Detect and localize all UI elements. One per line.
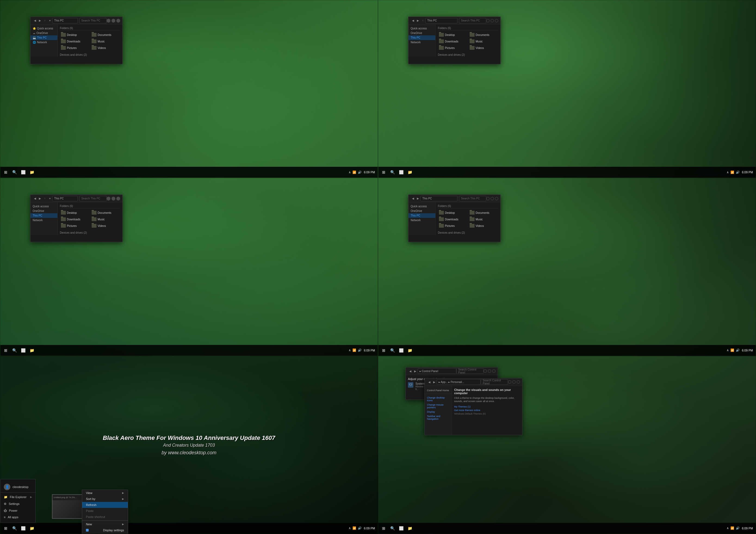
folder-videos-1[interactable]: Videos [91,45,120,51]
maximize-btn-2[interactable] [491,19,494,22]
folder-documents-2[interactable]: Documents [469,32,498,38]
sidebar-thispc-3[interactable]: This PC [31,213,57,218]
context-view[interactable]: View ▶ [82,490,128,496]
close-btn-2[interactable] [495,19,498,22]
sidebar-network-1[interactable]: 🌐 Network [31,40,57,44]
pers-taskbar[interactable]: Taskbar and Navigation [425,414,452,421]
close-btn-4[interactable] [495,197,498,200]
start-btn-5[interactable]: ⊞ [2,524,10,532]
file-explorer-btn-2[interactable]: 📁 [406,168,414,176]
start-settings[interactable]: ⚙ Settings [1,500,35,507]
nav-forward-3[interactable]: ▶ [38,196,42,201]
address-bar-4[interactable]: This PC [420,196,457,201]
task-view-btn-3[interactable]: ⬜ [19,347,27,354]
nav-back-3[interactable]: ◀ [33,196,38,201]
folder-music-1[interactable]: Music [91,39,120,44]
sidebar-onedrive-1[interactable]: ☁ OneDrive [31,31,57,35]
start-file-explorer[interactable]: 📁 File Explorer ▶ [1,494,35,500]
sidebar-onedrive-2[interactable]: OneDrive [409,31,435,35]
nav-forward-2[interactable]: ▶ [416,18,420,23]
sidebar-onedrive-3[interactable]: OneDrive [31,209,57,213]
folder-desktop-2[interactable]: Desktop [438,32,468,38]
sidebar-quickaccess-4[interactable]: Quick access [409,204,435,209]
maximize-btn-1[interactable] [112,19,115,23]
folder-pictures-1[interactable]: Pictures [60,45,90,51]
task-view-btn-1[interactable]: ⬜ [19,168,27,176]
context-paste-shortcut[interactable]: Paste shortcut [82,514,128,520]
sidebar-thispc-2[interactable]: This PC [409,35,435,40]
sidebar-network-2[interactable]: Network [409,40,435,44]
context-refresh[interactable]: Refresh [82,502,128,508]
nav-up-2[interactable]: ↑ [420,18,425,23]
close-btn-3[interactable] [116,197,120,201]
cp-search[interactable]: Search Control Panel [456,368,483,374]
folder-documents-1[interactable]: Documents [91,32,120,38]
sidebar-network-4[interactable]: Network [409,218,435,222]
folder-desktop-3[interactable]: Desktop [60,210,90,215]
start-btn-3[interactable]: ⊞ [2,347,10,354]
maximize-btn-4[interactable] [491,197,494,200]
search-bar-4[interactable]: Search This PC [459,196,486,201]
minimize-btn-4[interactable] [486,197,490,200]
folder-4a[interactable]: Desktop [438,210,468,215]
pers-sidebar-home[interactable]: Control Panel Home [425,388,452,393]
search-btn-3[interactable]: 🔍 [11,347,18,354]
minimize-btn-2[interactable] [486,19,490,22]
nav-back-4[interactable]: ◀ [411,196,416,201]
task-view-btn-5[interactable]: ⬜ [19,524,27,532]
pers-mythemes[interactable]: My Themes (1) [454,405,520,408]
search-bar-3[interactable]: Search This PC [79,196,107,201]
nav-recent-1[interactable]: ▾ [47,18,52,23]
cp-forward[interactable]: ▶ [413,369,418,374]
search-btn-2[interactable]: 🔍 [389,168,396,176]
search-bar-1[interactable]: Search This PC [79,18,107,23]
address-bar-2[interactable]: This PC [425,18,457,23]
sidebar-quickaccess-2[interactable]: Quick access [409,26,435,31]
folder-4d[interactable]: Music [469,216,498,222]
start-btn-1[interactable]: ⊞ [2,168,10,176]
pers-search[interactable]: Search Control Panel [481,379,508,385]
folder-downloads-3[interactable]: Downloads [60,216,90,222]
folder-downloads-2[interactable]: Downloads [438,39,468,44]
nav-forward-4[interactable]: ▶ [416,196,420,201]
pers-close[interactable] [517,380,520,383]
start-power[interactable]: ⏻ Power [1,507,35,514]
context-sort[interactable]: Sort by ▶ [82,496,128,502]
maximize-btn-3[interactable] [112,197,115,201]
pers-minimize[interactable] [508,380,511,383]
context-new[interactable]: New ▶ [82,520,128,527]
folder-4e[interactable]: Pictures [438,223,468,229]
folder-pictures-2[interactable]: Pictures [438,45,468,51]
cp-minimize[interactable] [483,369,487,373]
search-btn-4[interactable]: 🔍 [389,347,396,354]
start-btn-2[interactable]: ⊞ [380,168,388,176]
search-btn-5[interactable]: 🔍 [11,524,18,532]
file-explorer-btn-5[interactable]: 📁 [28,524,36,532]
search-bar-2[interactable]: Search This PC [459,18,486,23]
nav-back-2[interactable]: ◀ [411,18,416,23]
sidebar-thispc-1[interactable]: 💻 This PC [31,35,57,40]
nav-up-3[interactable]: ↑ [42,196,47,201]
file-explorer-btn-1[interactable]: 📁 [28,168,36,176]
minimize-btn-1[interactable] [107,19,110,23]
file-explorer-btn-3[interactable]: 📁 [28,347,36,354]
pers-address[interactable]: ▸ App... ▸ Personali... [437,379,481,385]
folder-videos-2[interactable]: Videos [469,45,498,51]
nav-up-1[interactable]: ↑ [42,18,47,23]
file-explorer-btn-6[interactable]: 📁 [406,524,414,532]
folder-desktop-1[interactable]: Desktop [60,32,90,38]
context-display[interactable]: Display settings [82,527,128,533]
folder-downloads-1[interactable]: Downloads [60,39,90,44]
pers-change-icons[interactable]: Change desktop icons [425,396,452,403]
folder-videos-3[interactable]: Videos [91,223,120,229]
cp-maximize[interactable] [488,369,491,373]
task-view-btn-6[interactable]: ⬜ [397,524,405,532]
pers-display[interactable]: Display [425,410,452,414]
folder-music-2[interactable]: Music [469,39,498,44]
address-bar-1[interactable]: This PC [52,18,78,23]
sidebar-thispc-4[interactable]: This PC [409,213,435,218]
search-btn-6[interactable]: 🔍 [389,524,396,532]
folder-documents-3[interactable]: Documents [91,210,120,215]
pers-forward[interactable]: ▶ [432,379,437,384]
sidebar-quickaccess-3[interactable]: Quick access [31,204,57,209]
